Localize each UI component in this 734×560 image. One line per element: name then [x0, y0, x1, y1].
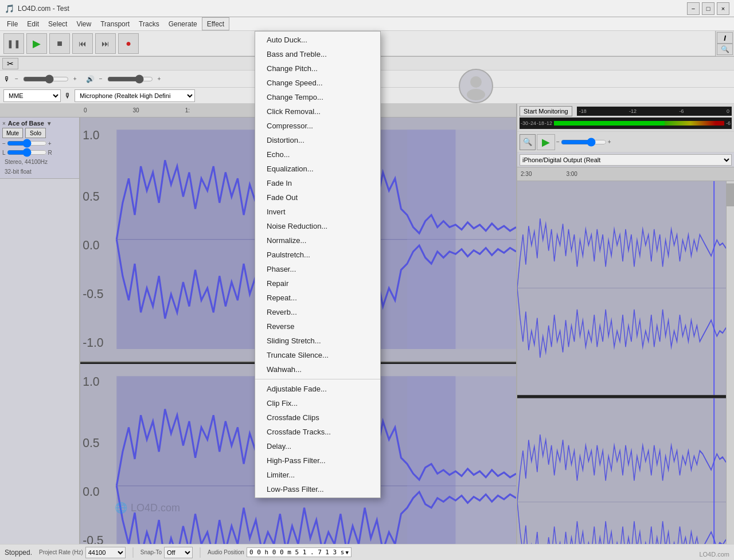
profile-avatar	[459, 69, 493, 103]
effect-invert[interactable]: Invert	[255, 205, 380, 219]
window-title: LO4D.com - Test	[18, 5, 69, 13]
maximize-button[interactable]: □	[702, 2, 715, 15]
gain-minus: −	[2, 140, 6, 147]
output-device-select[interactable]: iPhone/Digital Output (Realt	[520, 154, 732, 166]
menu-view[interactable]: View	[72, 17, 96, 30]
menu-select[interactable]: Select	[44, 17, 72, 30]
host-api-select[interactable]: MME	[3, 89, 61, 102]
audio-position-display[interactable]: 0 0 h 0 0 m 5 1 . 7 1 3 s ▼	[247, 547, 352, 557]
input-device-select[interactable]: Microphone (Realtek High Defini	[75, 89, 195, 102]
effect-crossfade-tracks[interactable]: Crossfade Tracks...	[255, 425, 380, 439]
project-rate-label: Project Rate (Hz)	[39, 549, 83, 555]
effect-change-pitch[interactable]: Change Pitch...	[255, 61, 380, 76]
right-zoom-button[interactable]: 🔍	[520, 134, 536, 150]
effect-crossfade-clips[interactable]: Crossfade Clips	[255, 410, 380, 425]
effect-truncate-silence[interactable]: Truncate Silence...	[255, 348, 380, 362]
track-close-button[interactable]: ×	[2, 120, 6, 127]
menu-transport[interactable]: Transport	[96, 17, 134, 30]
effect-fade-in[interactable]: Fade In	[255, 176, 380, 190]
mic-slider[interactable]	[23, 75, 69, 83]
zoom-tool-button[interactable]: 🔍	[717, 44, 733, 55]
record-button[interactable]: ●	[118, 33, 139, 54]
effect-reverb[interactable]: Reverb...	[255, 305, 380, 319]
right-vertical-scrollbar[interactable]: ▼	[726, 181, 734, 560]
pause-button[interactable]: ❚❚	[3, 33, 24, 54]
effect-limiter[interactable]: Limiter...	[255, 468, 380, 482]
svg-rect-20	[517, 398, 734, 560]
menu-effect[interactable]: Effect	[202, 17, 229, 30]
right-toolbar: 🔍 ▶ − +	[517, 132, 734, 152]
lo4d-footer-logo: LO4D.com	[699, 551, 729, 558]
stop-button[interactable]: ■	[49, 33, 70, 54]
menu-file[interactable]: File	[2, 17, 22, 30]
effect-normalize[interactable]: Normalize...	[255, 233, 380, 248]
speaker-plus: +	[158, 76, 161, 82]
minimize-button[interactable]: −	[687, 2, 700, 15]
right-play-button[interactable]: ▶	[537, 134, 555, 150]
effect-clip-fix[interactable]: Clip Fix...	[255, 396, 380, 410]
effect-noise-reduction[interactable]: Noise Reduction...	[255, 219, 380, 233]
effect-echo[interactable]: Echo...	[255, 147, 380, 162]
solo-button[interactable]: Solo	[25, 128, 46, 138]
effect-compressor[interactable]: Compressor...	[255, 119, 380, 133]
effect-repeat[interactable]: Repeat...	[255, 291, 380, 305]
pan-r: R	[48, 150, 52, 156]
right-waveform[interactable]: ▼	[517, 181, 734, 560]
right-ruler: 2:30 3:00	[517, 167, 734, 181]
right-waveform-svg	[517, 181, 734, 560]
menu-tracks[interactable]: Tracks	[134, 17, 164, 30]
effect-delay[interactable]: Delay...	[255, 439, 380, 453]
select-tool-button[interactable]: I	[717, 32, 733, 44]
cut-tool-button[interactable]: ✂	[2, 58, 18, 69]
start-monitoring-button[interactable]: Start Monitoring	[520, 106, 572, 116]
effect-bass-treble[interactable]: Bass and Treble...	[255, 47, 380, 61]
level-marker-neg6: -6	[680, 108, 684, 114]
effect-wahwah[interactable]: Wahwah...	[255, 362, 380, 377]
effect-paulstretch[interactable]: Paulstretch...	[255, 248, 380, 262]
status-bar: Stopped. Project Rate (Hz) 44100 Snap-To…	[0, 544, 734, 560]
mic-device-icon: 🎙	[64, 92, 71, 100]
effect-equalization[interactable]: Equalization...	[255, 162, 380, 176]
effect-distortion[interactable]: Distortion...	[255, 133, 380, 147]
effect-repair[interactable]: Repair	[255, 276, 380, 291]
svg-point-24	[467, 89, 485, 100]
effect-change-tempo[interactable]: Change Tempo...	[255, 90, 380, 104]
play-button[interactable]: ▶	[26, 33, 47, 54]
menu-generate[interactable]: Generate	[164, 17, 202, 30]
effect-adjustable-fade[interactable]: Adjustable Fade...	[255, 382, 380, 396]
effect-click-removal[interactable]: Click Removal...	[255, 104, 380, 119]
snap-to-select[interactable]: Off	[164, 547, 193, 558]
right-ruler-marker-300: 3:00	[566, 171, 577, 177]
effect-fade-out[interactable]: Fade Out	[255, 190, 380, 205]
menu-separator-1	[255, 379, 380, 379]
effect-sliding-stretch[interactable]: Sliding Stretch...	[255, 334, 380, 348]
effect-phaser[interactable]: Phaser...	[255, 262, 380, 276]
fast-forward-button[interactable]: ⏭	[95, 33, 116, 54]
audio-position-dropdown[interactable]: ▼	[346, 550, 349, 555]
speaker-slider[interactable]	[107, 75, 153, 83]
effect-reverse[interactable]: Reverse	[255, 319, 380, 334]
right-volume-slider[interactable]	[561, 138, 607, 146]
svg-rect-19	[517, 395, 734, 398]
effect-auto-duck[interactable]: Auto Duck...	[255, 33, 380, 47]
effect-change-speed[interactable]: Change Speed...	[255, 76, 380, 90]
close-button[interactable]: ×	[717, 2, 729, 15]
svg-text:1.0: 1.0	[83, 128, 99, 142]
svg-text:1.0: 1.0	[83, 375, 99, 388]
level-marker-neg12: -12	[629, 108, 637, 114]
level-marker-neg18: -18	[579, 108, 587, 114]
effect-high-pass-filter[interactable]: High-Pass Filter...	[255, 453, 380, 468]
track-name: Ace of Base	[8, 120, 44, 127]
track-dropdown-button[interactable]: ▼	[46, 120, 52, 127]
svg-text:-0.5: -0.5	[83, 287, 103, 300]
rewind-button[interactable]: ⏮	[72, 33, 93, 54]
menu-edit[interactable]: Edit	[22, 17, 44, 30]
effect-low-pass-filter[interactable]: Low-Pass Filter...	[255, 482, 380, 496]
project-rate-select[interactable]: 44100	[85, 547, 126, 558]
pan-slider[interactable]	[7, 148, 47, 156]
pan-l: L	[2, 150, 6, 156]
app-icon: 🎵	[5, 4, 14, 13]
gain-slider[interactable]	[7, 139, 47, 147]
speaker-icon: 🔊	[86, 75, 95, 83]
mute-button[interactable]: Mute	[2, 128, 23, 138]
